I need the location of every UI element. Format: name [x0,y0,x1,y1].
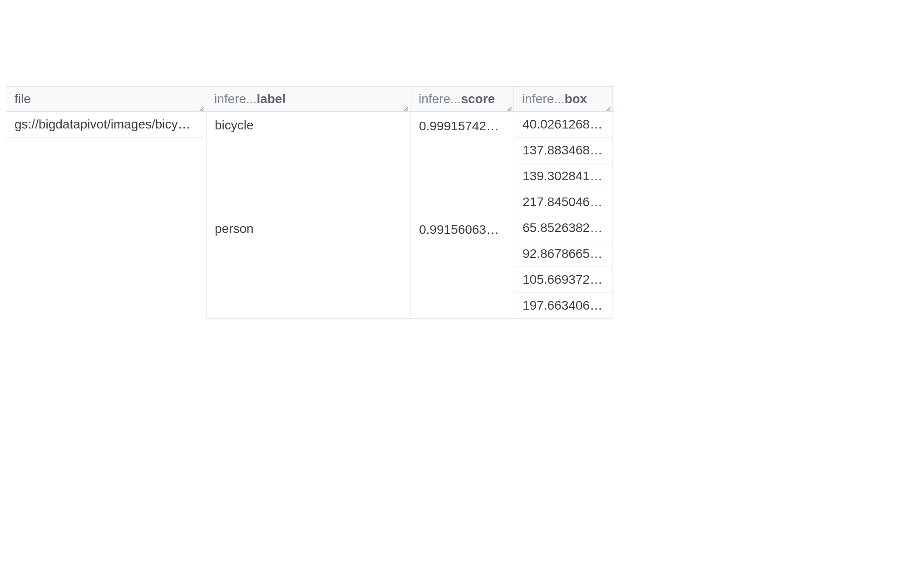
column-header-label-label: infere...label [214,92,286,106]
results-table: file infere...label infere...score infer… [6,86,614,319]
cell-box[interactable]: 40.0261268… [514,112,613,138]
column-resize-icon [196,102,204,110]
column-header-file[interactable]: file [6,87,206,111]
column-header-score-label: infere...score [419,92,495,106]
cell-box[interactable]: 105.669372… [514,267,613,293]
cell-box[interactable]: 217.845046… [514,189,613,215]
column-header-score[interactable]: infere...score [410,87,514,111]
column-header-box-label: infere...box [522,92,587,106]
cell-score[interactable]: 0.99915742… [410,112,514,215]
table-column-file: gs://bigdatapivot/images/bicy… [6,112,206,319]
cell-score[interactable]: 0.99156063… [410,215,514,319]
table-header-row: file infere...label infere...score infer… [6,86,614,112]
cell-box[interactable]: 197.663406… [514,293,613,319]
cell-box[interactable]: 137.883468… [514,138,613,163]
cell-file[interactable]: gs://bigdatapivot/images/bicy… [6,112,206,138]
cell-box[interactable]: 65.8526382… [514,215,613,241]
column-resize-icon [503,102,512,110]
cell-label[interactable]: bicycle [206,112,410,215]
column-resize-icon [602,102,611,110]
cell-label[interactable]: person [206,215,410,319]
column-header-file-label: file [15,92,31,106]
table-column-score: 0.99915742… 0.99156063… [410,112,514,319]
column-header-label[interactable]: infere...label [206,87,410,111]
cell-box[interactable]: 92.8678665… [514,241,613,267]
column-resize-icon [400,102,408,110]
table-body: gs://bigdatapivot/images/bicy… bicycle p… [6,112,614,319]
table-column-box: 40.0261268… 137.883468… 139.302841… 217.… [514,112,613,319]
column-header-box[interactable]: infere...box [514,87,613,111]
cell-box[interactable]: 139.302841… [514,163,613,189]
table-column-label: bicycle person [206,112,410,319]
